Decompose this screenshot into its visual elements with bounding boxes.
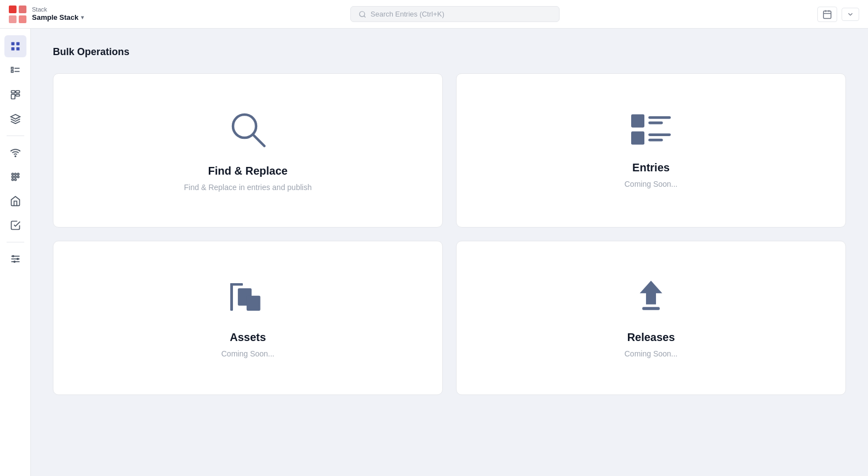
stack-name-text: Sample Stack (32, 13, 79, 22)
page-title: Bulk Operations (53, 46, 846, 58)
logo-area: Stack Sample Stack ▾ (9, 6, 84, 23)
svg-rect-21 (15, 94, 19, 96)
search-bar[interactable]: Search Entries (Ctrl+K) (350, 6, 560, 22)
sidebar-item-layers[interactable] (4, 108, 26, 130)
svg-line-39 (254, 135, 265, 146)
svg-point-27 (12, 176, 13, 177)
sidebar-divider-1 (7, 136, 24, 136)
sidebar-item-tasks[interactable] (4, 214, 26, 236)
calendar-button[interactable] (817, 7, 837, 22)
svg-line-5 (364, 15, 365, 17)
widgets-icon (10, 89, 21, 100)
sidebar-item-dashboard[interactable] (4, 35, 26, 57)
svg-rect-48 (230, 283, 233, 311)
svg-rect-41 (648, 116, 671, 119)
entries-title: Entries (632, 161, 670, 174)
svg-rect-14 (11, 67, 13, 69)
sidebar-item-apps[interactable] (4, 166, 26, 188)
svg-rect-13 (16, 47, 19, 51)
releases-icon (632, 278, 670, 318)
sidebar-item-home[interactable] (4, 190, 26, 212)
main-content: Bulk Operations Find & Replace Find & Re… (31, 29, 868, 476)
svg-rect-0 (9, 6, 17, 13)
svg-marker-22 (10, 115, 20, 119)
svg-point-35 (12, 256, 14, 257)
more-options-button[interactable] (842, 8, 859, 21)
releases-card[interactable]: Releases Coming Soon... (456, 241, 846, 395)
apps-icon (10, 171, 21, 182)
find-replace-title: Find & Replace (208, 165, 287, 177)
find-replace-card[interactable]: Find & Replace Find & Replace in entries… (53, 73, 443, 228)
layers-icon (10, 113, 21, 125)
svg-rect-52 (642, 307, 660, 310)
svg-rect-44 (648, 133, 671, 136)
svg-rect-50 (247, 295, 261, 310)
search-icon (359, 10, 366, 18)
stack-label: Stack (32, 6, 84, 13)
svg-rect-43 (631, 131, 644, 144)
grid-icon (10, 41, 21, 52)
svg-rect-3 (19, 15, 26, 23)
sidebar-item-wifi[interactable] (4, 142, 26, 164)
stack-name-row[interactable]: Sample Stack ▾ (32, 13, 84, 22)
svg-point-23 (15, 156, 16, 157)
svg-rect-42 (648, 121, 663, 124)
wifi-icon (10, 147, 21, 158)
find-replace-icon (228, 110, 268, 152)
stack-info: Stack Sample Stack ▾ (32, 6, 84, 22)
svg-point-36 (17, 258, 18, 260)
assets-title: Assets (230, 331, 266, 344)
chevron-down-icon (847, 10, 854, 18)
svg-point-30 (12, 178, 13, 180)
sidebar (0, 29, 31, 476)
releases-subtitle: Coming Soon... (625, 349, 678, 358)
svg-rect-19 (15, 91, 19, 93)
calendar-icon (822, 9, 832, 19)
svg-marker-51 (640, 280, 663, 304)
svg-rect-11 (16, 42, 19, 46)
svg-rect-12 (11, 47, 14, 51)
assets-card[interactable]: Assets Coming Soon... (53, 241, 443, 395)
sidebar-item-list[interactable] (4, 60, 26, 82)
home-icon (10, 196, 21, 207)
svg-rect-40 (631, 114, 644, 127)
app-header: Stack Sample Stack ▾ Search Entries (Ctr… (0, 0, 868, 29)
svg-rect-1 (19, 6, 26, 13)
svg-point-37 (14, 261, 15, 263)
settings-icon (10, 253, 21, 264)
entries-subtitle: Coming Soon... (625, 180, 678, 188)
card-grid: Find & Replace Find & Replace in entries… (53, 73, 846, 395)
assets-subtitle: Coming Soon... (221, 349, 275, 358)
svg-rect-10 (11, 42, 14, 46)
releases-title: Releases (627, 331, 675, 344)
search-area: Search Entries (Ctrl+K) (93, 6, 817, 22)
svg-rect-45 (648, 138, 663, 141)
svg-point-38 (233, 115, 256, 138)
sidebar-item-settings[interactable] (4, 248, 26, 270)
svg-point-24 (12, 173, 13, 175)
entries-icon (631, 113, 671, 148)
svg-point-25 (14, 173, 16, 175)
svg-rect-16 (11, 71, 13, 72)
app-logo (9, 6, 26, 23)
svg-rect-6 (823, 11, 831, 19)
find-replace-subtitle: Find & Replace in entries and publish (184, 183, 312, 192)
svg-rect-2 (9, 15, 17, 23)
sidebar-divider-2 (7, 242, 24, 242)
assets-icon (229, 278, 267, 318)
svg-point-31 (14, 178, 16, 180)
svg-point-29 (17, 176, 19, 177)
list-icon (10, 65, 21, 76)
svg-rect-20 (11, 94, 15, 99)
sidebar-item-widgets[interactable] (4, 84, 26, 106)
header-actions (817, 7, 859, 22)
svg-point-28 (14, 176, 16, 177)
app-body: Bulk Operations Find & Replace Find & Re… (0, 29, 868, 476)
tasks-icon (10, 220, 21, 231)
chevron-down-icon: ▾ (81, 14, 84, 21)
svg-point-26 (17, 173, 19, 175)
svg-rect-18 (11, 91, 15, 93)
entries-card[interactable]: Entries Coming Soon... (456, 73, 846, 228)
search-placeholder-text: Search Entries (Ctrl+K) (371, 10, 444, 18)
